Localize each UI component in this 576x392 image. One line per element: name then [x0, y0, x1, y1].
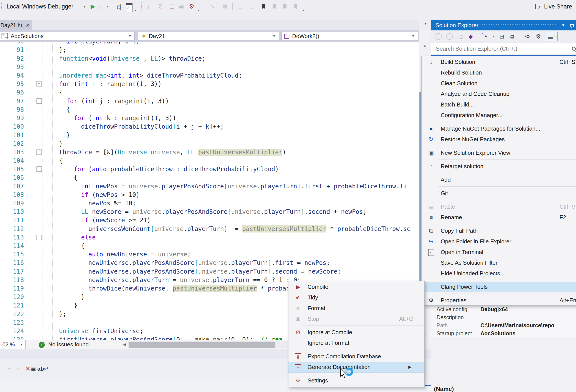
hscroll-left-icon[interactable]: ◀ — [123, 340, 126, 349]
code-line-97[interactable]: 97− for (int j : rangeint(1, 3)) — [0, 97, 419, 105]
code-line-96[interactable]: 96{ — [0, 88, 419, 97]
code-line-90[interactable]: 90 int playerTurn{ 0 }; — [0, 42, 419, 46]
fold-collapse-icon[interactable]: − — [36, 98, 42, 104]
member-dropdown[interactable]: DoWork2()▼ — [282, 32, 418, 40]
zoom-control[interactable]: 02 % ▼ — [0, 340, 26, 349]
code-line-93[interactable]: 93 — [0, 63, 419, 71]
solution-explorer-titlebar[interactable]: Solution Explorer ▼ — [431, 20, 576, 30]
menu-item-clang-power-tools[interactable]: Clang Power Tools — [422, 282, 576, 292]
code-line-115[interactable]: 115 auto newUniverse = universe; — [0, 250, 419, 259]
code-line-100[interactable]: 100 diceThrowProbabilityCloud[i + j + k]… — [0, 122, 419, 131]
menu-item-retarget-solution[interactable]: ↑Retarget solution — [422, 161, 576, 172]
menu-item-save-as-solution-filter[interactable]: Save As Solution Filter — [422, 258, 576, 268]
code-line-107[interactable]: 107 int newPos = universe.playerPosAndSc… — [0, 182, 419, 191]
menu-item-new-solution-explorer-view[interactable]: ▣New Solution Explorer View — [422, 148, 576, 158]
property-row-path[interactable]: PathC:\Users\Marina\source\repo — [431, 321, 576, 330]
menu-item-configuration-manager[interactable]: Configuration Manager... — [422, 110, 576, 121]
live-share-button[interactable]: Live Share — [535, 0, 572, 13]
property-row-active-config[interactable]: Active configDebug|x64 — [431, 305, 576, 313]
menu-item-open-in-terminal[interactable]: >_Open in Terminal — [422, 247, 576, 258]
code-line-101[interactable]: 101 } — [0, 131, 419, 139]
new-window-chevron-icon[interactable]: ▼ — [134, 4, 137, 17]
code-line-117[interactable]: 117 newUniverse.playerPosAndScore[univer… — [0, 267, 419, 276]
menu-item-git[interactable]: Git — [422, 188, 576, 199]
fold-collapse-icon[interactable]: − — [36, 150, 42, 155]
menu-item-tidy[interactable]: ✔Tidy — [288, 292, 424, 303]
new-window-icon[interactable]: ⌂ — [126, 3, 133, 12]
code-line-110[interactable]: 110 LL newScore = universe.playerPosAndS… — [0, 208, 419, 216]
clang-tidy-toolbar-icon[interactable] — [168, 0, 176, 13]
menu-item-stop[interactable]: ◉StopAlt+O — [288, 314, 424, 324]
home-icon[interactable]: ⌂ — [457, 30, 465, 43]
menu-item-restore-nuget-packages[interactable]: ↻Restore NuGet Packages — [422, 134, 576, 145]
code-line-108[interactable]: 108 if (newPos > 10) — [0, 191, 419, 199]
menu-item-add[interactable]: Add — [422, 175, 576, 185]
start-debug-icon[interactable] — [89, 0, 97, 13]
menu-item-ignore-at-compile[interactable]: ⊘Ignore at Compile — [288, 327, 424, 338]
fold-collapse-icon[interactable]: − — [36, 235, 42, 240]
code-line-113[interactable]: 113− else — [0, 233, 419, 242]
code-line-109[interactable]: 109 newPos %= 10; — [0, 199, 419, 208]
toggle-bookmark-icon[interactable] — [262, 4, 265, 9]
code-line-92[interactable]: 92function<void(Universe , LL)> throwDic… — [0, 54, 419, 63]
menu-item-clean-solution[interactable]: Clean Solution — [422, 78, 576, 89]
word-wrap-icon[interactable]: ab↵ — [37, 359, 49, 378]
code-line-99[interactable]: 99 for (int k : rangeint(1, 3)) — [0, 114, 419, 122]
menu-item-ignore-at-format[interactable]: Ignore at Format — [288, 338, 424, 348]
menu-item-batch-build[interactable]: Batch Build... — [422, 99, 576, 110]
clang-settings-toolbar-icon[interactable] — [187, 0, 196, 13]
menu-item-analyze-and-code-cleanup[interactable]: Analyze and Code Cleanup — [422, 89, 576, 99]
menu-item-build-solution[interactable]: ↧Build SolutionCtrl+Sh — [422, 57, 576, 67]
property-row-description[interactable]: Description — [431, 313, 576, 321]
debug-target-chevron-icon[interactable]: ▼ — [83, 0, 86, 13]
code-line-95[interactable]: 95−for (int i : rangeint(1, 3)) — [0, 80, 419, 88]
menu-item-settings[interactable]: ⚙Settings — [288, 375, 424, 386]
code-line-94[interactable]: 94unordered_map<int, int> diceThrowProba… — [0, 71, 419, 80]
solution-explorer-search[interactable]: Search Solution Explorer (Ctrl+;) — [431, 43, 576, 55]
menu-item-open-folder-in-file-explorer[interactable]: ↪Open Folder in File Explorer — [422, 236, 576, 247]
collapse-all-icon[interactable]: ⧉ — [508, 30, 516, 43]
pending-changes-filter-icon[interactable]: ◔▼ — [481, 30, 490, 43]
scroll-up-icon[interactable]: ▲ — [423, 43, 427, 48]
hscroll-thumb[interactable] — [129, 342, 275, 348]
code-line-112[interactable]: 112 universesWonCount[universe.playerTur… — [0, 225, 419, 233]
properties-toolbar-icon[interactable]: ⚙ — [534, 30, 543, 43]
tab-pin-icon[interactable] — [18, 24, 22, 27]
menu-item-properties[interactable]: ⚙PropertiesAlt+En — [422, 295, 576, 306]
filter-chevron-icon[interactable]: ▼ — [491, 30, 495, 43]
code-line-102[interactable]: 102} — [0, 140, 419, 148]
tab-close-icon[interactable]: ✕ — [26, 20, 30, 30]
preview-selected-items-toggle[interactable] — [546, 32, 558, 41]
document-list-chevron-icon[interactable]: ▼ — [424, 22, 428, 26]
code-line-111[interactable]: 111 if (newScore >= 21) — [0, 216, 419, 224]
find-in-files-icon[interactable] — [114, 4, 121, 9]
code-line-104[interactable]: 104{ — [0, 156, 419, 165]
menu-item-compile[interactable]: ▶Compile — [288, 282, 424, 292]
code-line-105[interactable]: 105− for (auto probableDiceThrow : diceT… — [0, 165, 419, 173]
menu-item-manage-nuget-packages-for-solution[interactable]: ●Manage NuGet Packages for Solution... — [422, 123, 576, 134]
type-dropdown[interactable]: ◇◆ Day21▼ — [138, 32, 279, 40]
code-line-103[interactable]: 103−throwDice = [&](Universe universe, L… — [0, 148, 419, 156]
switch-views-icon[interactable]: ◆ — [466, 30, 475, 43]
sync-with-active-document-icon[interactable]: ⊟ — [498, 30, 506, 43]
menu-item-rebuild-solution[interactable]: Rebuild Solution — [422, 67, 576, 78]
pin-panel-icon[interactable] — [570, 24, 574, 28]
window-position-chevron-icon[interactable]: ▼ — [561, 20, 565, 30]
code-line-106[interactable]: 106 { — [0, 173, 419, 182]
tab-day21[interactable]: Day21.h ✕ — [0, 20, 32, 30]
menu-item-hide-unloaded-projects[interactable]: Hide Unloaded Projects — [422, 268, 576, 279]
menu-item-export-compilation-database[interactable]: {}Export Compilation Database — [288, 351, 424, 362]
zoom-chevron-icon[interactable]: ▼ — [20, 340, 23, 349]
menu-item-format[interactable]: ≡Format — [288, 303, 424, 314]
menu-item-paste[interactable]: ▤PasteCtrl+V — [422, 201, 576, 212]
code-line-114[interactable]: 114 { — [0, 242, 419, 250]
menu-item-copy-full-path[interactable]: ⧉Copy Full Path — [422, 226, 576, 236]
property-row-startup-project[interactable]: Startup projectAocSolutions — [431, 330, 576, 337]
clang-toolbar-chevron-icon[interactable]: ▼ — [197, 4, 200, 17]
code-line-98[interactable]: 98 { — [0, 105, 419, 114]
menu-item-generate-documentation[interactable]: +Generate Documentation▶ — [288, 362, 424, 372]
fold-collapse-icon[interactable]: − — [36, 81, 42, 87]
view-code-icon[interactable]: <> — [522, 30, 533, 43]
code-line-116[interactable]: 116 newUniverse.playerPosAndScore[univer… — [0, 259, 419, 267]
debug-target-selector[interactable]: Local Windows Debugger — [6, 0, 73, 13]
